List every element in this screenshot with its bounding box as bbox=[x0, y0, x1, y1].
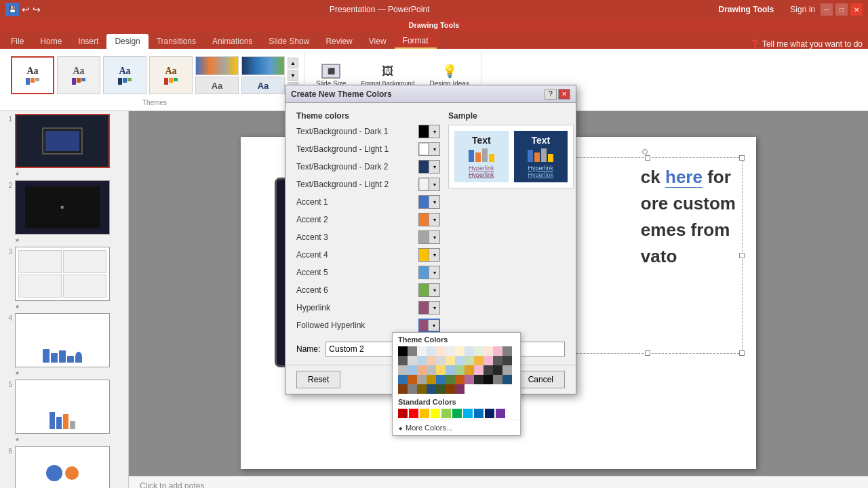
theme-color-cell[interactable] bbox=[427, 346, 436, 356]
std-color[interactable] bbox=[431, 409, 440, 418]
dialog-close-btn[interactable]: ✕ bbox=[558, 89, 570, 100]
color-dropdown-11[interactable]: ▾ bbox=[428, 320, 439, 331]
theme-color-cell[interactable] bbox=[493, 375, 502, 384]
theme-color-cell[interactable] bbox=[465, 356, 474, 365]
theme-color-cell[interactable] bbox=[455, 346, 465, 356]
theme-color-cell[interactable] bbox=[455, 384, 465, 394]
theme-color-cell[interactable] bbox=[427, 356, 436, 365]
color-dropdown-10[interactable]: ▾ bbox=[429, 302, 439, 314]
theme-color-cell[interactable] bbox=[408, 365, 417, 375]
theme-color-cell[interactable] bbox=[493, 365, 502, 375]
theme-color-cell[interactable] bbox=[417, 346, 427, 356]
tab-transitions[interactable]: Transitions bbox=[149, 34, 204, 49]
color-theme-2[interactable]: Aa bbox=[241, 56, 285, 94]
theme-color-cell[interactable] bbox=[474, 356, 484, 365]
color-btn-0[interactable]: ▾ bbox=[418, 125, 440, 138]
theme-color-cell[interactable] bbox=[398, 346, 408, 356]
theme-color-cell[interactable] bbox=[484, 356, 493, 365]
theme-color-cell[interactable] bbox=[398, 384, 408, 394]
tab-home[interactable]: Home bbox=[32, 34, 70, 49]
color-btn-3[interactable]: ▾ bbox=[418, 178, 440, 191]
tab-review[interactable]: Review bbox=[317, 34, 360, 49]
theme-3[interactable]: Aa bbox=[103, 56, 146, 94]
theme-color-cell[interactable] bbox=[493, 346, 502, 356]
theme-color-cell[interactable] bbox=[398, 356, 408, 365]
slide-thumb-5[interactable] bbox=[15, 380, 110, 434]
theme-color-cell[interactable] bbox=[446, 356, 455, 365]
tab-view[interactable]: View bbox=[361, 34, 395, 49]
theme-color-cell[interactable] bbox=[502, 375, 512, 384]
redo-icon[interactable]: ↪ bbox=[33, 4, 41, 15]
theme-color-cell[interactable] bbox=[408, 346, 417, 356]
color-btn-11[interactable]: ▾ bbox=[418, 319, 440, 332]
color-dropdown-8[interactable]: ▾ bbox=[429, 266, 439, 279]
theme-color-cell[interactable] bbox=[465, 375, 474, 384]
theme-color-cell[interactable] bbox=[493, 356, 502, 365]
theme-color-cell[interactable] bbox=[502, 346, 512, 356]
theme-color-cell[interactable] bbox=[398, 375, 408, 384]
slide-item-5[interactable]: 5 ★ bbox=[3, 380, 125, 443]
theme-color-cell[interactable] bbox=[484, 365, 493, 375]
theme-color-cell[interactable] bbox=[427, 384, 436, 394]
slide-item-4[interactable]: 4 ★ bbox=[3, 313, 125, 377]
reset-button[interactable]: Reset bbox=[296, 371, 340, 388]
color-dropdown-0[interactable]: ▾ bbox=[429, 125, 439, 138]
std-color[interactable] bbox=[496, 409, 505, 418]
scroll-up[interactable]: ▲ bbox=[288, 58, 298, 68]
color-theme-1[interactable]: Aa bbox=[195, 56, 239, 94]
std-color[interactable] bbox=[463, 409, 473, 418]
theme-color-cell[interactable] bbox=[427, 365, 436, 375]
more-colors-btn[interactable]: ⬥ More Colors... bbox=[393, 420, 520, 435]
theme-color-cell[interactable] bbox=[474, 365, 484, 375]
slide-item-1[interactable]: 1 ★ bbox=[3, 114, 125, 178]
theme-color-cell[interactable] bbox=[436, 356, 446, 365]
slide-thumb-2[interactable]: ■ bbox=[15, 180, 110, 235]
cancel-button[interactable]: Cancel bbox=[517, 371, 565, 388]
minimize-btn[interactable]: ─ bbox=[821, 3, 833, 16]
color-btn-7[interactable]: ▾ bbox=[418, 248, 440, 262]
tab-design[interactable]: Design bbox=[106, 34, 148, 49]
color-btn-10[interactable]: ▾ bbox=[418, 301, 440, 314]
theme-color-cell[interactable] bbox=[417, 356, 427, 365]
color-dropdown-4[interactable]: ▾ bbox=[429, 196, 439, 208]
tab-file[interactable]: File bbox=[3, 34, 32, 49]
help-icon[interactable]: ❓ Tell me what you want to do bbox=[750, 39, 863, 49]
color-dropdown-6[interactable]: ▾ bbox=[429, 231, 439, 243]
color-dropdown-9[interactable]: ▾ bbox=[429, 284, 439, 296]
sign-in-btn[interactable]: Sign in bbox=[790, 5, 815, 14]
tab-insert[interactable]: Insert bbox=[70, 34, 106, 49]
theme-color-cell[interactable] bbox=[446, 346, 455, 356]
theme-color-cell[interactable] bbox=[455, 356, 465, 365]
theme-color-cell[interactable] bbox=[446, 375, 455, 384]
theme-color-cell[interactable] bbox=[474, 346, 484, 356]
notes-area[interactable]: Click to add notes bbox=[129, 476, 868, 488]
std-color[interactable] bbox=[474, 409, 484, 418]
color-dropdown-1[interactable]: ▾ bbox=[429, 143, 439, 155]
theme-color-cell[interactable] bbox=[484, 375, 493, 384]
tab-format[interactable]: Format bbox=[395, 34, 437, 49]
std-color[interactable] bbox=[485, 409, 494, 418]
theme-color-cell[interactable] bbox=[502, 356, 512, 365]
color-btn-6[interactable]: ▾ bbox=[418, 230, 440, 244]
theme-color-cell[interactable] bbox=[455, 375, 465, 384]
slide-thumb-4[interactable] bbox=[15, 313, 110, 367]
color-dropdown-7[interactable]: ▾ bbox=[429, 249, 439, 261]
theme-color-cell[interactable] bbox=[474, 375, 484, 384]
theme-color-cell[interactable] bbox=[502, 365, 512, 375]
theme-2[interactable]: Aa bbox=[57, 56, 100, 94]
slide-thumb-1[interactable] bbox=[15, 114, 110, 168]
theme-color-cell[interactable] bbox=[417, 365, 427, 375]
std-color[interactable] bbox=[420, 409, 429, 418]
slide-thumb-3[interactable] bbox=[15, 247, 110, 301]
save-icon[interactable]: 💾 bbox=[5, 3, 19, 16]
std-color[interactable] bbox=[398, 409, 408, 418]
tab-animations[interactable]: Animations bbox=[204, 34, 260, 49]
color-btn-5[interactable]: ▾ bbox=[418, 213, 440, 226]
color-dropdown-3[interactable]: ▾ bbox=[429, 178, 439, 190]
maximize-btn[interactable]: □ bbox=[835, 3, 848, 16]
color-btn-4[interactable]: ▾ bbox=[418, 195, 440, 209]
theme-color-cell[interactable] bbox=[408, 384, 417, 394]
theme-color-cell[interactable] bbox=[465, 365, 474, 375]
color-dropdown-5[interactable]: ▾ bbox=[429, 214, 439, 226]
color-dropdown-2[interactable]: ▾ bbox=[429, 161, 439, 173]
